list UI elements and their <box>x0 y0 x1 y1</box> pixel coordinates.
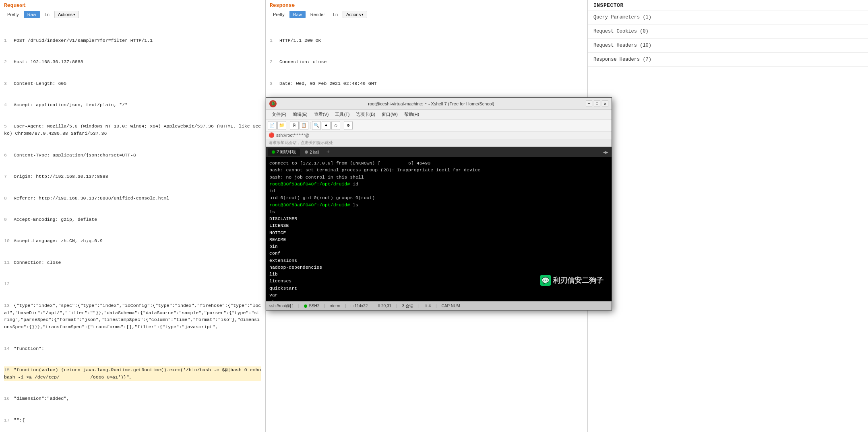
close-button[interactable]: ✕ <box>602 101 608 107</box>
tb-settings-btn[interactable]: ⚙ <box>344 121 353 130</box>
terminal-titlebar: 🐉 root@ceshi-virtual-machine: ~ - Xshell… <box>266 98 612 110</box>
response-render-btn[interactable]: Render <box>307 11 328 18</box>
menu-window[interactable]: 窗口(W) <box>378 111 401 118</box>
terminal-addressbar: 🔴 ssh://root*******@ <box>266 132 612 139</box>
tab-dot-green <box>272 150 275 154</box>
addr-ssh-text: ssh://root*******@ <box>276 133 309 138</box>
inspector-query-params[interactable]: Query Parameters (1) <box>588 10 868 25</box>
request-toolbar: Pretty Raw Ln Actions ▾ <box>0 9 265 20</box>
menu-help[interactable]: 帮助(H) <box>401 111 422 118</box>
status-ssh: ssh://root@[ ] <box>269 304 293 308</box>
status-pos: ll 20,31 <box>378 304 391 308</box>
inspector-request-cookies[interactable]: Request Cookies (0) <box>588 25 868 39</box>
tab-nav-btn[interactable]: ◀▶ <box>601 150 610 155</box>
status-num: CAP NUM <box>442 304 460 308</box>
terminal-tabs: 2 测试环境 2 kali + ◀▶ <box>266 147 612 157</box>
response-ln-btn[interactable]: Ln <box>330 11 341 18</box>
tb-connect-btn[interactable]: ● <box>322 121 331 130</box>
status-dot <box>304 304 307 308</box>
response-actions-btn[interactable]: Actions ▾ <box>343 11 367 18</box>
terminal-title-text: root@ceshi-virtual-machine: ~ - Xshell 7… <box>279 101 583 106</box>
tb-open-btn[interactable]: 📁 <box>277 121 286 130</box>
terminal-app-icon: 🐉 <box>269 100 277 107</box>
request-panel: Request Pretty Raw Ln Actions ▾ 1POST /d… <box>0 0 266 432</box>
status-ssh-label: ssh://root@[ ] <box>269 304 293 308</box>
tab-dot-gray <box>305 150 308 154</box>
status-xterm: xterm <box>330 304 340 308</box>
tb-sep1 <box>288 122 288 129</box>
response-pretty-btn[interactable]: Pretty <box>270 11 288 18</box>
inspector-request-headers[interactable]: Request Headers (10) <box>588 39 868 53</box>
menu-view[interactable]: 查看(V) <box>311 111 332 118</box>
menu-file[interactable]: 文件(F) <box>269 111 289 118</box>
terminal-toolbar: 📄 📁 ⎘ 📋 🔍 ● ◌ ⚙ <box>266 119 612 132</box>
response-raw-btn[interactable]: Raw <box>289 11 306 18</box>
status-caps: ⇧ 4 <box>424 304 431 308</box>
tb-paste-btn[interactable]: 📋 <box>300 121 308 130</box>
request-actions-btn[interactable]: Actions ▾ <box>54 11 79 18</box>
inspector-title: INSPECTOR <box>588 0 868 10</box>
menu-tabs[interactable]: 选项卡(B) <box>353 111 378 118</box>
addr-icon: 🔴 <box>269 132 275 138</box>
response-title: Response <box>266 0 587 9</box>
chevron-down-icon: ▾ <box>73 12 75 16</box>
inspector-panel: INSPECTOR Query Parameters (1) Request C… <box>588 0 868 432</box>
tb-sep2 <box>310 122 310 129</box>
request-ln-btn[interactable]: Ln <box>41 11 53 18</box>
request-raw-btn[interactable]: Raw <box>24 11 40 18</box>
status-protocol: SSH2 <box>304 304 319 308</box>
minimize-button[interactable]: — <box>586 101 592 107</box>
tb-sep3 <box>342 122 342 129</box>
chevron-down-icon-resp: ▾ <box>362 12 364 16</box>
menu-tools[interactable]: 工具(T) <box>332 111 353 118</box>
new-tab-btn[interactable]: + <box>324 149 332 155</box>
terminal-statusbar: ssh://root@[ ] | SSH2 | xterm | □ 114x22… <box>266 301 612 310</box>
tb-new-btn[interactable]: 📄 <box>268 121 277 130</box>
tab-test-env[interactable]: 2 测试环境 <box>268 148 300 156</box>
terminal-window: 🐉 root@ceshi-virtual-machine: ~ - Xshell… <box>266 97 612 311</box>
watermark-text: 利刃信安二狗子 <box>553 276 603 285</box>
status-ssh2: SSH2 <box>309 304 319 308</box>
window-controls: — □ ✕ <box>586 101 608 107</box>
request-code-area: 1POST /druid/indexer/v1/sampler?for=filt… <box>0 20 265 432</box>
watermark: 💬 利刃信安二狗子 <box>540 275 603 286</box>
maximize-button[interactable]: □ <box>594 101 600 107</box>
status-sessions: 3 会话 <box>402 303 413 309</box>
wechat-icon: 💬 <box>540 275 551 286</box>
response-toolbar: Pretty Raw Render Ln Actions ▾ <box>266 9 587 20</box>
tab-kali[interactable]: 2 kali <box>301 149 323 155</box>
tb-copy-btn[interactable]: ⎘ <box>290 121 299 130</box>
menu-edit[interactable]: 编辑(E) <box>289 111 311 118</box>
terminal-menubar: 文件(F) 编辑(E) 查看(V) 工具(T) 选项卡(B) 窗口(W) 帮助(… <box>266 110 612 119</box>
addr-subtext: 请求添加此会话，点击关闭提示此处 <box>266 139 612 147</box>
request-title: Request <box>0 0 265 9</box>
tb-disconnect-btn[interactable]: ◌ <box>331 121 340 130</box>
inspector-response-headers[interactable]: Response Headers (7) <box>588 53 868 67</box>
status-size: □ 114x22 <box>351 304 368 308</box>
tb-search-btn[interactable]: 🔍 <box>312 121 321 130</box>
request-pretty-btn[interactable]: Pretty <box>4 11 22 18</box>
